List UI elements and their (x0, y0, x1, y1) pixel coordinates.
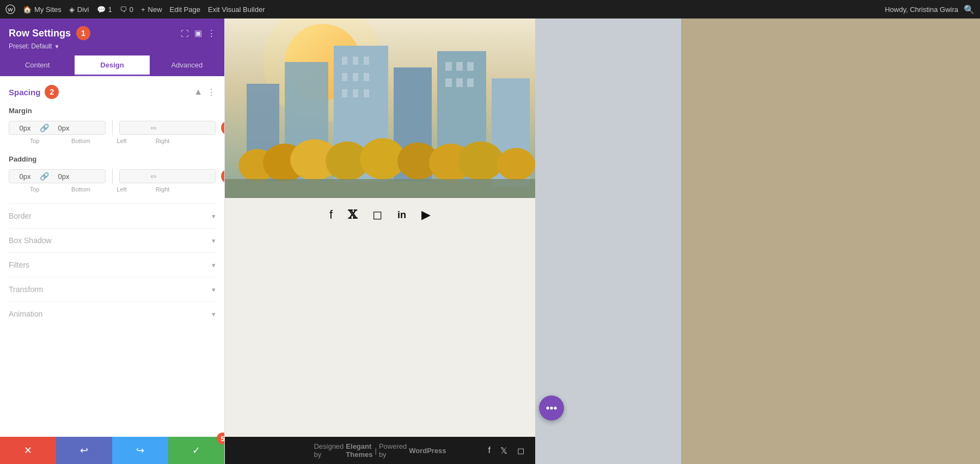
border-chevron-icon: ▾ (212, 212, 216, 220)
padding-left-input[interactable] (124, 172, 147, 181)
edit-page-item[interactable]: Edit Page (170, 5, 200, 14)
undo-button[interactable]: ↩ (56, 437, 112, 464)
animation-label: Animation (9, 310, 42, 318)
chat-count: 0 (130, 5, 133, 14)
margin-left-input[interactable] (124, 124, 147, 132)
wp-admin-bar: W 🏠 My Sites ◈ Divi 💬 1 🗨 0 + New Edit P… (0, 0, 980, 18)
fullscreen-icon[interactable]: ⛶ (181, 29, 189, 38)
svg-rect-18 (353, 89, 358, 97)
youtube-icon[interactable]: ▶ (421, 208, 431, 222)
spacing-section-header: Spacing 2 ▲ ⋮ (9, 85, 216, 99)
howdy-text: Howdy, Christina Gwira (885, 5, 958, 14)
svg-point-33 (458, 141, 504, 181)
wp-logo-item[interactable]: W (5, 4, 15, 14)
svg-rect-13 (364, 57, 369, 65)
tab-advanced[interactable]: Advanced (150, 55, 224, 76)
animation-section[interactable]: Animation ▾ (9, 301, 216, 326)
exit-visual-builder-item[interactable]: Exit Visual Builder (208, 5, 265, 14)
panel-body: Spacing 2 ▲ ⋮ Margin 🔗 (0, 76, 224, 437)
svg-point-34 (497, 148, 535, 181)
margin-right-input[interactable] (160, 124, 183, 132)
step-badge-4: 4 (221, 169, 225, 183)
svg-rect-23 (445, 78, 452, 87)
social-bar: f 𝕏 ◻ in ▶ (225, 198, 535, 232)
panel-tabs: Content Design Advanced (0, 55, 224, 76)
footer-separator: | (375, 447, 376, 455)
margin-left-right-pair: ⇔ (119, 121, 216, 135)
exit-visual-builder-label: Exit Visual Builder (208, 5, 265, 14)
tab-design[interactable]: Design (75, 55, 149, 76)
padding-top-label: Top (9, 186, 60, 193)
svg-rect-20 (445, 62, 452, 71)
facebook-icon[interactable]: f (329, 208, 333, 222)
my-sites-label: My Sites (34, 5, 62, 14)
unlink-icon[interactable]: ⇔ (150, 123, 157, 132)
padding-top-input[interactable] (14, 172, 36, 181)
save-button[interactable]: ✓ 5 (168, 437, 224, 464)
search-icon[interactable]: 🔍 (964, 4, 975, 15)
comments-count: 1 (108, 5, 112, 14)
preset-label: Preset: Default (9, 42, 52, 50)
margin-top-label: Top (9, 138, 60, 144)
svg-rect-14 (342, 73, 347, 81)
plus-icon: + (141, 5, 145, 14)
padding-bottom-input[interactable] (52, 172, 75, 181)
footer-facebook-icon[interactable]: f (488, 446, 491, 455)
comment-icon: 💬 (97, 5, 106, 14)
close-button[interactable]: ✕ (0, 437, 56, 464)
margin-bottom-label: Bottom (60, 138, 101, 144)
linkedin-icon[interactable]: in (397, 209, 406, 221)
spacing-divider (112, 120, 113, 135)
filters-section[interactable]: Filters ▾ (9, 252, 216, 277)
padding-right-input[interactable] (160, 172, 183, 181)
margin-bottom-input[interactable] (52, 124, 75, 132)
instagram-icon[interactable]: ◻ (372, 208, 382, 222)
border-label: Border (9, 212, 32, 220)
spacing-more-icon[interactable]: ⋮ (207, 87, 216, 97)
collapse-icon[interactable]: ▲ (194, 87, 203, 97)
edit-page-label: Edit Page (170, 5, 200, 14)
padding-link-icon[interactable]: 🔗 (40, 172, 49, 181)
divi-icon: ◈ (69, 5, 75, 14)
tab-content[interactable]: Content (0, 55, 75, 76)
panel-header: Row Settings 1 ⛶ ▣ ⋮ Preset: Default ▼ (0, 18, 224, 55)
new-item[interactable]: + New (141, 5, 162, 14)
step-badge-5: 5 (217, 432, 225, 444)
transform-section[interactable]: Transform ▾ (9, 277, 216, 301)
margin-top-input[interactable] (14, 124, 36, 132)
padding-unlink-icon[interactable]: ⇔ (150, 172, 157, 181)
svg-rect-21 (456, 62, 463, 71)
margin-labels: Top Bottom Left Right (9, 138, 216, 144)
fab-dots-icon: ••• (546, 402, 557, 414)
transform-label: Transform (9, 285, 43, 294)
more-options-icon[interactable]: ⋮ (207, 28, 216, 38)
panel-actions: ✕ ↩ ↪ ✓ 5 (0, 437, 224, 464)
sidebar-icon[interactable]: ▣ (194, 28, 202, 38)
svg-rect-15 (353, 73, 358, 81)
preset-arrow-icon: ▼ (54, 44, 59, 50)
svg-rect-25 (467, 78, 474, 87)
comments-item[interactable]: 💬 1 (97, 5, 112, 14)
padding-left-right-pair: ⇔ (119, 169, 216, 183)
canvas-footer-bar: Designed by Elegant Themes | Powered by … (225, 437, 535, 464)
link-icon[interactable]: 🔗 (40, 123, 49, 132)
transform-chevron-icon: ▾ (212, 286, 216, 294)
padding-spacing-divider (112, 169, 113, 184)
canvas-area: f 𝕏 ◻ in ▶ Designed by Elegant Themes | (225, 18, 980, 464)
footer-designed-by: Designed by (314, 442, 344, 459)
elegant-themes-label: Elegant Themes (346, 442, 372, 459)
padding-bottom-label: Bottom (60, 186, 101, 193)
padding-left-label: Left (101, 186, 142, 193)
twitter-icon[interactable]: 𝕏 (348, 208, 357, 222)
mysites-icon: 🏠 (23, 5, 32, 14)
footer-instagram-icon[interactable]: ◻ (517, 446, 524, 456)
city-hero-image (225, 18, 535, 198)
divi-item[interactable]: ◈ Divi (69, 5, 89, 14)
my-sites-item[interactable]: 🏠 My Sites (23, 5, 62, 14)
chat-item[interactable]: 🗨 0 (120, 5, 133, 14)
redo-button[interactable]: ↪ (112, 437, 168, 464)
footer-twitter-icon[interactable]: 𝕏 (500, 446, 507, 456)
floating-action-button[interactable]: ••• (539, 395, 564, 420)
border-section[interactable]: Border ▾ (9, 203, 216, 228)
box-shadow-section[interactable]: Box Shadow ▾ (9, 228, 216, 252)
